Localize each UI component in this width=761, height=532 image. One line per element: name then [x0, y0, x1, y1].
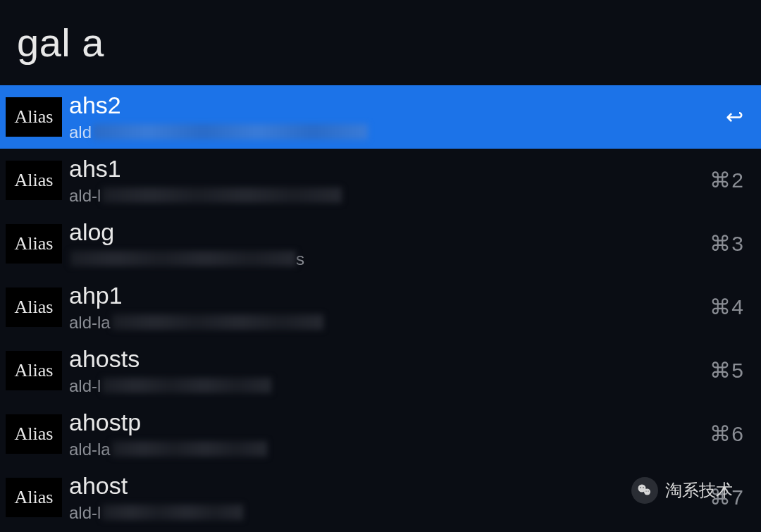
result-subtitle: ald-l	[69, 375, 698, 397]
result-content: ahostpald-la	[69, 408, 698, 460]
shortcut-label: ⌘6	[710, 421, 744, 446]
result-subtitle: ald-l	[69, 502, 698, 524]
watermark: 淘系技术	[631, 477, 733, 504]
alias-badge: Alias	[6, 224, 62, 264]
search-bar	[0, 0, 761, 85]
result-item[interactable]: Aliasahs2ald↩	[0, 85, 761, 149]
shortcut-label: ⌘3	[710, 231, 744, 256]
alias-badge: Alias	[6, 414, 62, 454]
alias-badge: Alias	[6, 97, 62, 137]
result-title: ahosts	[69, 345, 698, 373]
result-content: ahp1ald-la	[69, 281, 698, 333]
redacted-text	[112, 314, 323, 330]
svg-point-1	[644, 489, 650, 495]
result-content: ahostald-l	[69, 471, 698, 524]
result-title: ahs2	[69, 91, 714, 120]
shortcut-label: ⌘5	[710, 358, 744, 383]
result-item[interactable]: Aliasahp1ald-la⌘4	[0, 276, 761, 339]
svg-point-4	[645, 490, 646, 491]
result-item[interactable]: Aliasahs1ald-l⌘2	[0, 149, 761, 212]
alias-badge: Alias	[6, 287, 62, 327]
watermark-text: 淘系技术	[665, 479, 733, 502]
result-content: ahs2ald	[69, 91, 714, 143]
results-list: Aliasahs2ald↩Aliasahs1ald-l⌘2Aliasalogs⌘…	[0, 85, 761, 529]
result-subtitle: s	[69, 248, 698, 270]
result-content: ahs1ald-l	[69, 154, 698, 206]
result-title: ahostp	[69, 408, 698, 437]
shortcut-label: ⌘2	[710, 168, 744, 192]
result-item[interactable]: Aliasahostsald-l⌘5	[0, 339, 761, 402]
result-subtitle: ald	[69, 121, 714, 143]
svg-point-3	[643, 487, 644, 488]
svg-point-2	[640, 487, 641, 488]
result-title: ahost	[69, 471, 698, 500]
result-content: alogs	[69, 218, 698, 270]
redacted-text	[70, 251, 296, 266]
result-subtitle: ald-la	[69, 438, 698, 460]
alias-badge: Alias	[6, 161, 62, 200]
shortcut-label: ⌘4	[710, 295, 744, 319]
alias-badge: Alias	[6, 351, 62, 390]
result-title: alog	[69, 218, 698, 247]
result-item[interactable]: Aliasahostpald-la⌘6	[0, 402, 761, 466]
result-subtitle: ald-la	[69, 311, 698, 333]
redacted-text	[112, 441, 267, 457]
result-title: ahp1	[69, 281, 698, 310]
redacted-text	[102, 505, 243, 520]
alias-badge: Alias	[6, 478, 62, 517]
result-content: ahostsald-l	[69, 345, 698, 397]
search-input[interactable]	[17, 20, 744, 66]
result-title: ahs1	[69, 154, 698, 183]
redacted-text	[102, 187, 342, 203]
result-item[interactable]: Aliasalogs⌘3	[0, 212, 761, 276]
wechat-icon	[631, 477, 658, 504]
svg-point-5	[648, 490, 648, 491]
redacted-text	[93, 124, 368, 140]
enter-icon: ↩	[726, 104, 744, 129]
result-subtitle: ald-l	[69, 185, 698, 206]
redacted-text	[102, 378, 271, 393]
